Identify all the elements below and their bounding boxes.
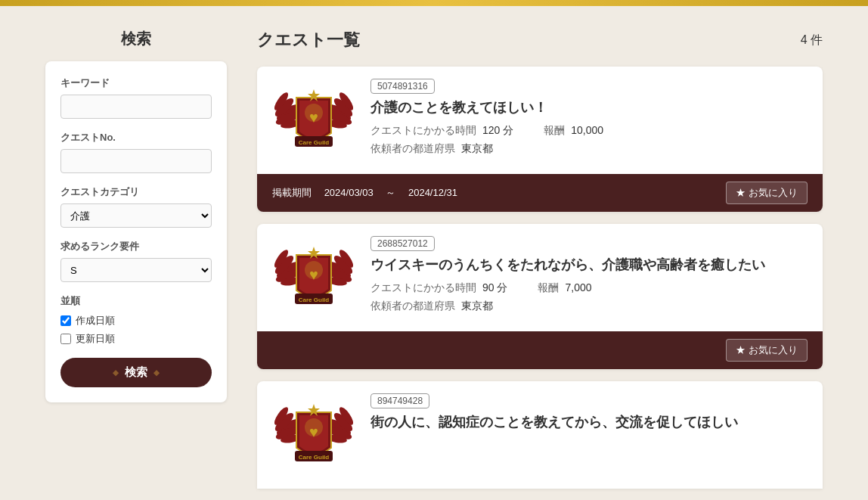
sort-group: 並順 作成日順 更新日順 xyxy=(60,294,212,346)
quest-title: 介護のことを教えてほしい！ xyxy=(370,98,808,116)
reward-label: 報酬 xyxy=(538,281,559,295)
quest-card: ♥ Care Guild 2688527012 ウイスキーのうんちくをたれながら… xyxy=(257,224,823,369)
search-button[interactable]: 検索 xyxy=(60,358,212,387)
category-label: クエストカテゴリ xyxy=(60,185,212,199)
favorite-button[interactable]: ★ お気に入り xyxy=(726,182,808,204)
quest-reward: 報酬 7,000 xyxy=(538,281,591,295)
prefecture-value: 東京都 xyxy=(461,142,493,156)
keyword-group: キーワード xyxy=(60,76,212,119)
content: クエスト一覧 4 件 xyxy=(257,29,823,489)
quest-no-input[interactable] xyxy=(60,149,212,173)
sort-created-checkbox[interactable] xyxy=(60,315,71,326)
period-end: 2024/12/31 xyxy=(408,187,457,198)
quest-card-body: ♥ Care Guild 2688527012 ウイスキーのうんちくをたれながら… xyxy=(257,224,823,331)
sidebar-title: 検索 xyxy=(45,29,227,49)
rank-select[interactable]: S A B C xyxy=(60,258,212,282)
time-value: 90 分 xyxy=(482,281,507,295)
content-title: クエスト一覧 xyxy=(257,29,360,51)
quest-prefecture: 依頼者の都道府県 東京都 xyxy=(370,142,808,156)
quest-id-badge: 894749428 xyxy=(370,393,429,408)
quest-meta: クエストにかかる時間 120 分 報酬 10,000 xyxy=(370,124,808,138)
svg-text:Care Guild: Care Guild xyxy=(299,454,330,461)
quest-id-badge: 5074891316 xyxy=(370,79,435,94)
sort-updated-row: 更新日順 xyxy=(60,332,212,346)
rank-label: 求めるランク要件 xyxy=(60,240,212,253)
result-count: 4 件 xyxy=(801,33,823,48)
svg-text:Care Guild: Care Guild xyxy=(299,297,330,303)
keyword-input[interactable] xyxy=(60,95,212,119)
time-value: 120 分 xyxy=(482,124,513,138)
prefecture-label: 依頼者の都道府県 xyxy=(370,142,455,156)
prefecture-value: 東京都 xyxy=(461,300,493,313)
quest-no-label: クエストNo. xyxy=(60,131,212,144)
sort-updated-checkbox[interactable] xyxy=(60,334,71,344)
quest-time: クエストにかかる時間 90 分 xyxy=(370,281,507,295)
favorite-button[interactable]: ★ お気に入り xyxy=(726,339,808,362)
time-label: クエストにかかる時間 xyxy=(370,281,476,295)
reward-value: 7,000 xyxy=(565,281,591,295)
prefecture-label: 依頼者の都道府県 xyxy=(370,300,455,313)
sort-created-label: 作成日順 xyxy=(76,314,115,328)
reward-label: 報酬 xyxy=(544,124,565,138)
rank-group: 求めるランク要件 S A B C xyxy=(60,240,212,282)
quest-card-body: ♥ Care Guild 894749428 街の人に、認知症のことを教えてから… xyxy=(257,381,823,489)
main-container: 検索 キーワード クエストNo. クエストカテゴリ 介護 医療 福祉 その他 xyxy=(0,6,868,500)
quest-info: 894749428 街の人に、認知症のことを教えてから、交流を促してほしい xyxy=(370,393,808,439)
quest-info: 5074891316 介護のことを教えてほしい！ クエストにかかる時間 120 … xyxy=(370,79,808,156)
quest-card-partial: ♥ Care Guild 894749428 街の人に、認知症のことを教えてから… xyxy=(257,381,823,489)
quest-info: 2688527012 ウイスキーのうんちくをたれながら、介護職や高齢者を癒したい… xyxy=(370,236,808,313)
sort-updated-label: 更新日順 xyxy=(76,332,115,346)
svg-text:♥: ♥ xyxy=(309,266,318,283)
quest-id-badge: 2688527012 xyxy=(370,236,435,251)
top-bar xyxy=(0,0,868,6)
quest-card: ♥ Care Guild 5074891316 介護のことを教えてほしい！ クエ… xyxy=(257,67,823,212)
svg-text:♥: ♥ xyxy=(309,424,318,440)
quest-reward: 報酬 10,000 xyxy=(544,124,603,138)
sort-created-row: 作成日順 xyxy=(60,314,212,328)
category-group: クエストカテゴリ 介護 医療 福祉 その他 xyxy=(60,185,212,228)
sidebar: 検索 キーワード クエストNo. クエストカテゴリ 介護 医療 福祉 その他 xyxy=(45,29,227,489)
quest-logo: ♥ Care Guild xyxy=(272,236,355,319)
period-text: 掲載期間 2024/03/03 ～ 2024/12/31 xyxy=(272,186,457,200)
quest-logo: ♥ Care Guild xyxy=(272,79,355,162)
quest-title: ウイスキーのうんちくをたれながら、介護職や高齢者を癒したい xyxy=(370,256,808,274)
quest-time: クエストにかかる時間 120 分 xyxy=(370,124,513,138)
period-start: 2024/03/03 xyxy=(324,187,374,198)
category-select[interactable]: 介護 医療 福祉 その他 xyxy=(60,203,212,228)
sort-label: 並順 xyxy=(60,294,212,308)
search-panel: キーワード クエストNo. クエストカテゴリ 介護 医療 福祉 その他 求めるラ… xyxy=(45,61,227,402)
reward-value: 10,000 xyxy=(571,124,603,138)
svg-text:♥: ♥ xyxy=(309,109,318,126)
svg-text:Care Guild: Care Guild xyxy=(299,139,330,146)
quest-title: 街の人に、認知症のことを教えてから、交流を促してほしい xyxy=(370,413,808,431)
quest-no-group: クエストNo. xyxy=(60,131,212,173)
keyword-label: キーワード xyxy=(60,76,212,90)
quest-card-body: ♥ Care Guild 5074891316 介護のことを教えてほしい！ クエ… xyxy=(257,67,823,174)
quest-prefecture: 依頼者の都道府県 東京都 xyxy=(370,300,808,313)
quest-logo: ♥ Care Guild xyxy=(272,393,355,477)
content-header: クエスト一覧 4 件 xyxy=(257,29,823,51)
quest-card-footer: 掲載期間 2024/03/03 ～ 2024/12/31 ★ お気に入り xyxy=(257,174,823,212)
period-label: 掲載期間 xyxy=(272,187,312,198)
quest-card-footer: ★ お気に入り xyxy=(257,331,823,369)
time-label: クエストにかかる時間 xyxy=(370,124,476,138)
quest-meta: クエストにかかる時間 90 分 報酬 7,000 xyxy=(370,281,808,295)
